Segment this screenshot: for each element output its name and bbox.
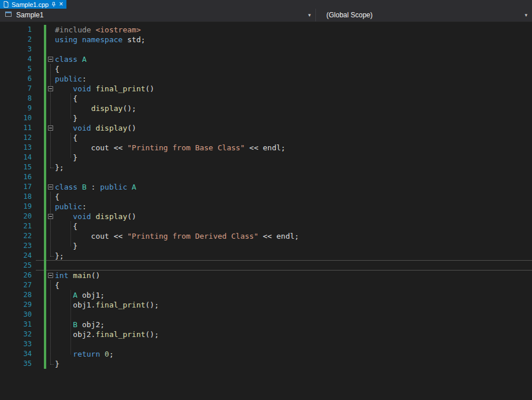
line-number[interactable]: 20 <box>0 212 32 221</box>
code-line[interactable]: class B : public A <box>55 182 299 192</box>
line-number[interactable]: 17 <box>0 182 32 192</box>
fold-guide-line <box>50 64 51 168</box>
code-line[interactable]: { <box>55 221 299 231</box>
code-line[interactable]: public: <box>55 202 299 212</box>
code-line[interactable]: } <box>55 241 299 251</box>
line-number[interactable]: 24 <box>0 251 32 261</box>
tab-sample1-cpp[interactable]: Sample1.cpp × <box>0 0 66 9</box>
line-number[interactable]: 30 <box>0 310 32 320</box>
tab-label: Sample1.cpp <box>12 1 49 8</box>
line-number[interactable]: 16 <box>0 172 32 182</box>
fold-guide-end-tick <box>50 364 54 365</box>
code-line[interactable]: #include <iostream> <box>55 25 299 35</box>
code-line[interactable]: A obj1; <box>55 290 299 300</box>
chevron-down-icon: ▾ <box>524 12 527 18</box>
line-numbers: 1234567891011121314151617181920212223242… <box>0 25 32 369</box>
line-number[interactable]: 13 <box>0 143 32 153</box>
line-number[interactable]: 5 <box>0 64 32 74</box>
line-number[interactable]: 11 <box>0 123 32 133</box>
code-line[interactable]: using namespace std; <box>55 35 299 45</box>
code-line[interactable]: { <box>55 133 299 143</box>
cpp-file-icon <box>3 1 9 8</box>
code-content: #include <iostream>using namespace std;c… <box>55 25 299 369</box>
chevron-down-icon: ▾ <box>308 12 311 18</box>
change-tracking-bar <box>44 25 46 369</box>
fold-collapse-box[interactable] <box>48 273 53 278</box>
project-icon <box>5 10 12 20</box>
line-number[interactable]: 8 <box>0 94 32 103</box>
code-line[interactable] <box>55 45 299 54</box>
code-line[interactable]: return 0; <box>55 349 299 359</box>
pin-icon[interactable] <box>51 2 56 8</box>
code-line[interactable]: { <box>55 64 299 74</box>
code-line[interactable] <box>55 310 299 320</box>
project-dropdown-label: Sample1 <box>16 11 43 19</box>
fold-collapse-box[interactable] <box>48 86 53 91</box>
code-line[interactable]: } <box>55 113 299 123</box>
line-number[interactable]: 18 <box>0 192 32 202</box>
line-number[interactable]: 15 <box>0 162 32 172</box>
code-line[interactable]: obj1.final_print(); <box>55 300 299 310</box>
code-line[interactable]: cout << "Printing from Derived Class" <<… <box>55 231 299 241</box>
code-line[interactable]: obj2.final_print(); <box>55 329 299 339</box>
line-number[interactable]: 26 <box>0 271 32 280</box>
scope-dropdown[interactable]: (Global Scope) ▾ <box>316 9 532 21</box>
fold-guide-line <box>50 192 51 256</box>
fold-collapse-box[interactable] <box>48 125 53 131</box>
line-number[interactable]: 6 <box>0 74 32 84</box>
fold-collapse-box[interactable] <box>48 57 53 62</box>
code-line[interactable]: void display() <box>55 212 299 221</box>
line-number[interactable]: 3 <box>0 45 32 54</box>
line-number[interactable]: 34 <box>0 349 32 359</box>
line-number[interactable]: 9 <box>0 103 32 113</box>
code-line[interactable] <box>55 172 299 182</box>
line-number[interactable]: 27 <box>0 280 32 290</box>
line-number[interactable]: 2 <box>0 35 32 45</box>
code-line[interactable]: display(); <box>55 103 299 113</box>
fold-guide-end-tick <box>50 256 54 257</box>
line-number[interactable]: 25 <box>0 261 32 271</box>
project-dropdown[interactable]: Sample1 ▾ <box>0 9 316 21</box>
line-number[interactable]: 22 <box>0 231 32 241</box>
fold-collapse-box[interactable] <box>48 214 53 219</box>
line-number[interactable]: 4 <box>0 54 32 64</box>
line-number[interactable]: 32 <box>0 329 32 339</box>
line-number[interactable]: 1 <box>0 25 32 35</box>
line-number[interactable]: 7 <box>0 84 32 94</box>
code-line[interactable]: class A <box>55 54 299 64</box>
line-number[interactable]: 12 <box>0 133 32 143</box>
fold-guide-line <box>50 280 51 364</box>
fold-collapse-box[interactable] <box>48 184 53 190</box>
code-line[interactable]: }; <box>55 251 299 261</box>
code-line[interactable]: void final_print() <box>55 84 299 94</box>
close-icon[interactable]: × <box>59 1 63 8</box>
line-number[interactable]: 19 <box>0 202 32 212</box>
code-line[interactable]: } <box>55 153 299 162</box>
code-line[interactable] <box>55 339 299 349</box>
code-editor[interactable]: 1234567891011121314151617181920212223242… <box>0 22 532 400</box>
code-line[interactable]: { <box>55 192 299 202</box>
line-number[interactable]: 33 <box>0 339 32 349</box>
line-number[interactable]: 28 <box>0 290 32 300</box>
line-number[interactable]: 29 <box>0 300 32 310</box>
scope-dropdown-label: (Global Scope) <box>326 11 373 19</box>
line-number[interactable]: 23 <box>0 241 32 251</box>
line-number[interactable]: 10 <box>0 113 32 123</box>
code-line[interactable]: public: <box>55 74 299 84</box>
line-number[interactable]: 21 <box>0 221 32 231</box>
code-line[interactable]: { <box>55 280 299 290</box>
line-number[interactable]: 14 <box>0 153 32 162</box>
code-line[interactable] <box>55 261 299 271</box>
tab-bar: Sample1.cpp × <box>0 0 532 9</box>
code-line[interactable]: cout << "Printing from Base Class" << en… <box>55 143 299 153</box>
line-number[interactable]: 31 <box>0 320 32 329</box>
code-line[interactable]: } <box>55 359 299 369</box>
code-line[interactable]: { <box>55 94 299 103</box>
fold-guide-end-tick <box>50 168 54 168</box>
code-line[interactable]: B obj2; <box>55 320 299 329</box>
code-line[interactable]: int main() <box>55 271 299 280</box>
line-number[interactable]: 35 <box>0 359 32 369</box>
code-line[interactable]: void display() <box>55 123 299 133</box>
code-line[interactable]: }; <box>55 162 299 172</box>
navigation-bar: Sample1 ▾ (Global Scope) ▾ <box>0 9 532 22</box>
